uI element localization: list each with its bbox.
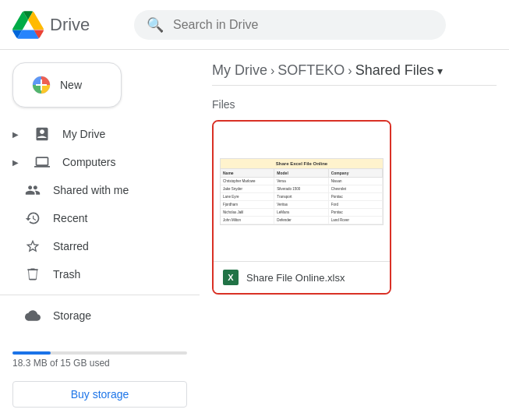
sidebar-item-trash[interactable]: Trash <box>0 260 187 288</box>
sidebar-item-trash-label: Trash <box>53 268 80 281</box>
excel-data-cell: Chevrolet <box>329 185 383 192</box>
sidebar-item-starred-label: Starred <box>53 240 89 252</box>
sidebar-item-shared-label: Shared with me <box>53 184 129 196</box>
search-icon: 🔍 <box>147 16 164 34</box>
storage-section: 18.3 MB of 15 GB used <box>0 339 200 375</box>
breadcrumb-current: Shared Files ▾ <box>355 62 443 79</box>
search-bar[interactable]: 🔍 <box>134 10 446 40</box>
sidebar-item-recent[interactable]: Recent <box>0 204 187 232</box>
excel-data-row: Jake SnyderSilverado 1500Chevrolet <box>221 185 383 193</box>
excel-data-cell: Land Rover <box>329 217 383 224</box>
sidebar: New ▶ My Drive ▶ Computers Shared with m… <box>0 50 200 420</box>
excel-data-cell: Versa <box>274 178 328 185</box>
trash-icon <box>25 266 41 282</box>
excel-data-cell: Silverado 1500 <box>274 185 328 192</box>
starred-icon <box>25 238 41 254</box>
expand-arrow-computers-icon: ▶ <box>12 158 19 167</box>
computers-icon <box>34 154 50 170</box>
logo-area: Drive <box>12 9 122 41</box>
excel-data-row: Nicholas JalilLeMansPontiac <box>221 209 383 217</box>
storage-label: Storage <box>53 309 91 322</box>
shared-icon <box>25 182 41 198</box>
main-layout: New ▶ My Drive ▶ Computers Shared with m… <box>0 50 509 420</box>
breadcrumb: My Drive › SOFTEKO › Shared Files ▾ <box>212 50 497 86</box>
my-drive-icon <box>34 126 50 142</box>
excel-data-cell: Fjordham <box>221 201 274 208</box>
header: Drive 🔍 <box>0 0 509 50</box>
excel-data-cell: Ford <box>329 201 383 208</box>
sidebar-item-recent-label: Recent <box>53 212 87 224</box>
file-preview: Share Excel File Online Name Model Compa… <box>214 122 390 262</box>
sidebar-item-my-drive-label: My Drive <box>62 128 105 140</box>
excel-header-model: Model <box>274 169 328 177</box>
sidebar-divider <box>0 295 200 295</box>
recent-icon <box>25 210 41 226</box>
file-info: X Share File Online.xlsx <box>214 262 390 293</box>
new-button-label: New <box>60 79 82 91</box>
excel-data-cell: Veritas <box>274 201 328 208</box>
storage-bar-background <box>12 351 187 355</box>
excel-preview-title: Share Excel File Online <box>221 159 383 169</box>
excel-preview-table: Share Excel File Online Name Model Compa… <box>220 158 384 225</box>
content-area: My Drive › SOFTEKO › Shared Files ▾ File… <box>200 50 509 420</box>
excel-data-rows: Christopher MarloweVersaNissanJake Snyde… <box>221 178 383 224</box>
excel-data-cell: LeMans <box>274 209 328 216</box>
excel-data-cell: Nissan <box>329 178 383 185</box>
sidebar-item-shared-with-me[interactable]: Shared with me <box>0 176 187 204</box>
excel-data-cell: Jake Snyder <box>221 185 274 192</box>
new-button[interactable]: New <box>12 62 122 108</box>
excel-data-cell: Transport <box>274 193 328 200</box>
excel-header-company: Company <box>329 169 383 177</box>
excel-header-row: Name Model Company <box>221 169 383 178</box>
excel-data-cell: Defender <box>274 217 328 224</box>
excel-data-row: Lane EyreTransportPontiac <box>221 193 383 201</box>
breadcrumb-separator-2: › <box>348 64 352 78</box>
storage-used-text: 18.3 MB of 15 GB used <box>12 358 187 369</box>
excel-data-cell: Nicholas Jalil <box>221 209 274 216</box>
excel-data-cell: John Milton <box>221 217 274 224</box>
logo-text: Drive <box>50 15 90 35</box>
search-input[interactable] <box>173 18 433 32</box>
storage-bar-fill <box>12 351 51 355</box>
excel-data-cell: Lane Eyre <box>221 193 274 200</box>
excel-data-row: FjordhamVeritasFord <box>221 201 383 209</box>
sidebar-item-storage[interactable]: Storage <box>0 302 187 330</box>
drive-logo-icon <box>12 9 44 41</box>
storage-icon <box>25 308 41 323</box>
sidebar-item-starred[interactable]: Starred <box>0 232 187 260</box>
breadcrumb-separator-1: › <box>270 64 274 78</box>
excel-data-row: John MiltonDefenderLand Rover <box>221 217 383 224</box>
sidebar-item-computers[interactable]: ▶ Computers <box>0 148 187 176</box>
file-card[interactable]: Share Excel File Online Name Model Compa… <box>212 120 391 295</box>
file-name: Share File Online.xlsx <box>246 272 345 284</box>
breadcrumb-softeko[interactable]: SOFTEKO <box>277 62 345 79</box>
breadcrumb-dropdown-icon[interactable]: ▾ <box>437 65 443 77</box>
expand-arrow-icon: ▶ <box>12 130 19 139</box>
excel-data-cell: Pontiac <box>329 193 383 200</box>
files-grid: Share Excel File Online Name Model Compa… <box>212 120 497 295</box>
excel-file-icon: X <box>223 270 239 285</box>
breadcrumb-my-drive[interactable]: My Drive <box>212 62 267 79</box>
buy-storage-button[interactable]: Buy storage <box>12 381 187 408</box>
excel-data-cell: Pontiac <box>329 209 383 216</box>
sidebar-item-computers-label: Computers <box>62 156 115 168</box>
excel-data-cell: Christopher Marlowe <box>221 178 274 185</box>
excel-header-name: Name <box>221 169 274 177</box>
sidebar-item-my-drive[interactable]: ▶ My Drive <box>0 120 187 148</box>
files-section-label: Files <box>212 98 497 111</box>
new-plus-icon <box>32 76 51 94</box>
breadcrumb-shared-files: Shared Files <box>355 62 434 79</box>
excel-data-row: Christopher MarloweVersaNissan <box>221 178 383 185</box>
